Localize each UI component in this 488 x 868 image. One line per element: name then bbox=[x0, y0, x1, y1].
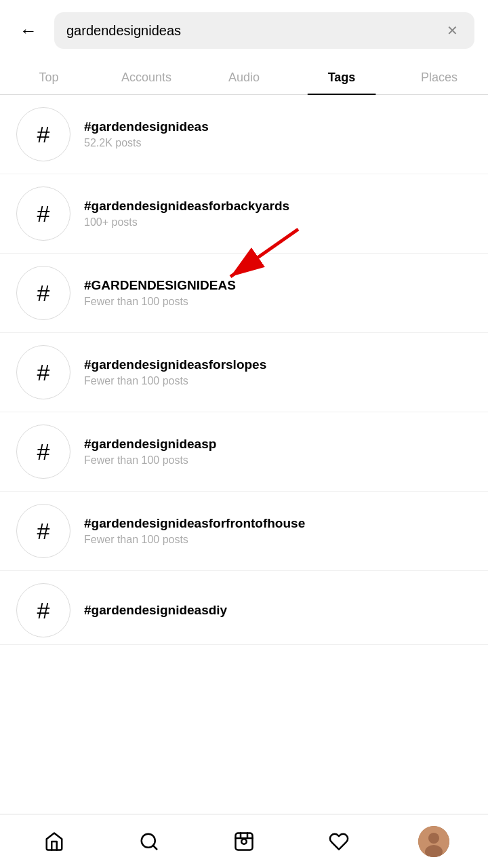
heart-icon bbox=[329, 831, 349, 852]
tag-info: #gardendesignideasforfrontofhouse Fewer … bbox=[84, 516, 305, 546]
nav-reels[interactable] bbox=[217, 821, 271, 862]
hash-icon: # bbox=[37, 597, 50, 624]
nav-home[interactable] bbox=[27, 821, 81, 862]
nav-profile[interactable] bbox=[407, 821, 461, 862]
search-input[interactable] bbox=[66, 23, 435, 39]
tag-item[interactable]: # #GARDENDESIGNIDEAS Fewer than 100 post… bbox=[0, 254, 488, 333]
tabs-bar: Top Accounts Audio Tags Places bbox=[0, 60, 488, 95]
hash-icon: # bbox=[37, 201, 50, 227]
tag-posts: Fewer than 100 posts bbox=[84, 534, 305, 546]
svg-line-3 bbox=[153, 845, 157, 848]
nav-likes[interactable] bbox=[312, 821, 366, 862]
tag-posts: 52.2K posts bbox=[84, 137, 209, 149]
tag-list: # #gardendesignideas 52.2K posts # #gard… bbox=[0, 95, 488, 645]
nav-search[interactable] bbox=[122, 821, 176, 862]
tag-icon-circle: # bbox=[16, 504, 70, 558]
tag-posts: Fewer than 100 posts bbox=[84, 375, 266, 387]
tab-audio[interactable]: Audio bbox=[195, 60, 293, 94]
hash-icon: # bbox=[37, 439, 50, 465]
clear-icon: ✕ bbox=[447, 22, 458, 39]
tag-item[interactable]: # #gardendesignideasforfrontofhouse Fewe… bbox=[0, 492, 488, 571]
svg-point-5 bbox=[241, 839, 247, 844]
tag-icon-circle: # bbox=[16, 425, 70, 479]
tag-icon-circle: # bbox=[16, 186, 70, 241]
tag-info: #gardendesignideas 52.2K posts bbox=[84, 119, 209, 149]
bottom-nav bbox=[0, 814, 488, 868]
svg-point-10 bbox=[428, 833, 439, 844]
tag-info: #gardendesignideasforslopes Fewer than 1… bbox=[84, 357, 266, 387]
tag-info: #gardendesignideasp Fewer than 100 posts bbox=[84, 437, 216, 467]
tag-name: #GARDENDESIGNIDEAS bbox=[84, 278, 236, 293]
search-bar[interactable]: ✕ bbox=[54, 12, 474, 49]
tag-icon-circle: # bbox=[16, 107, 70, 161]
tag-item[interactable]: # #gardendesignideas 52.2K posts bbox=[0, 95, 488, 174]
header: ← ✕ bbox=[0, 0, 488, 57]
hash-icon: # bbox=[37, 518, 50, 545]
tag-icon-circle: # bbox=[16, 345, 70, 399]
tag-posts: 100+ posts bbox=[84, 216, 289, 229]
tab-accounts[interactable]: Accounts bbox=[98, 60, 195, 94]
search-icon bbox=[139, 831, 159, 852]
tag-icon-circle: # bbox=[16, 583, 70, 637]
svg-rect-4 bbox=[236, 833, 253, 850]
hash-icon: # bbox=[37, 359, 50, 386]
back-icon: ← bbox=[20, 20, 37, 41]
hash-icon: # bbox=[37, 121, 50, 148]
tab-places[interactable]: Places bbox=[390, 60, 488, 94]
home-icon bbox=[44, 831, 64, 852]
tag-icon-circle: # bbox=[16, 266, 70, 320]
reels-icon bbox=[234, 831, 254, 852]
tag-name: #gardendesignideasp bbox=[84, 437, 216, 452]
avatar bbox=[418, 826, 449, 857]
tag-name: #gardendesignideasforslopes bbox=[84, 357, 266, 372]
clear-button[interactable]: ✕ bbox=[442, 20, 462, 41]
tag-item[interactable]: # #gardendesignideasforslopes Fewer than… bbox=[0, 333, 488, 412]
tag-item[interactable]: # #gardendesignideasforbackyards 100+ po… bbox=[0, 174, 488, 254]
tag-name: #gardendesignideasforbackyards bbox=[84, 199, 289, 214]
tag-item[interactable]: # #gardendesignideasdiy bbox=[0, 571, 488, 645]
tag-name: #gardendesignideasdiy bbox=[84, 603, 227, 618]
tab-tags[interactable]: Tags bbox=[293, 60, 390, 94]
tag-info: #gardendesignideasdiy bbox=[84, 603, 227, 618]
tag-item[interactable]: # #gardendesignideasp Fewer than 100 pos… bbox=[0, 412, 488, 492]
tag-posts: Fewer than 100 posts bbox=[84, 296, 236, 308]
tag-name: #gardendesignideasforfrontofhouse bbox=[84, 516, 305, 531]
tag-posts: Fewer than 100 posts bbox=[84, 454, 216, 467]
back-button[interactable]: ← bbox=[14, 16, 43, 45]
tag-name: #gardendesignideas bbox=[84, 119, 209, 134]
hash-icon: # bbox=[37, 280, 50, 307]
tag-info: #GARDENDESIGNIDEAS Fewer than 100 posts bbox=[84, 278, 236, 308]
tab-top[interactable]: Top bbox=[0, 60, 98, 94]
tag-info: #gardendesignideasforbackyards 100+ post… bbox=[84, 199, 289, 229]
